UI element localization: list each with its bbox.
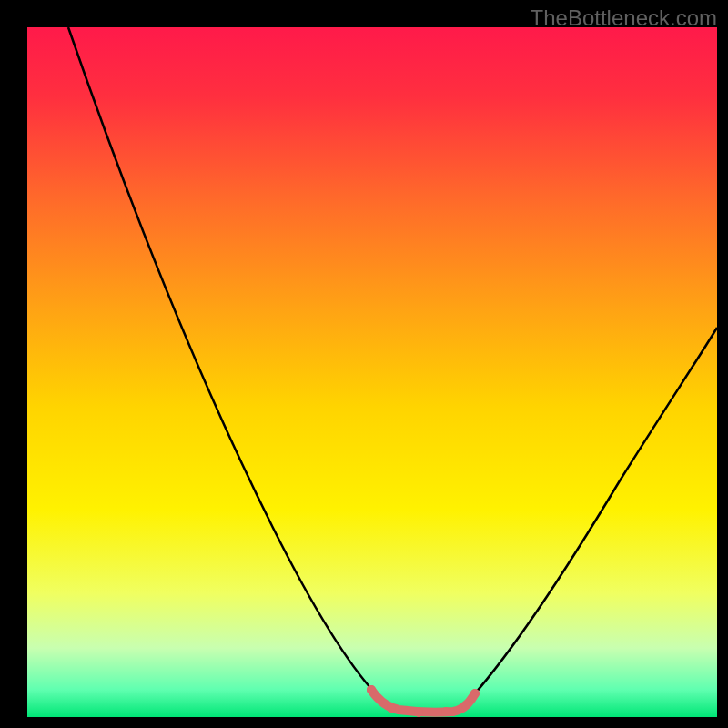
marker-dot xyxy=(441,707,450,716)
bottleneck-curve-chart xyxy=(0,0,728,728)
marker-dot xyxy=(470,689,480,698)
marker-dot xyxy=(414,708,423,717)
watermark-text: TheBottleneck.com xyxy=(531,5,717,31)
gradient-plot-area xyxy=(27,27,717,717)
chart-svg xyxy=(0,0,728,728)
marker-dot xyxy=(461,701,470,710)
marker-dot xyxy=(387,703,396,713)
marker-dot xyxy=(367,685,376,694)
